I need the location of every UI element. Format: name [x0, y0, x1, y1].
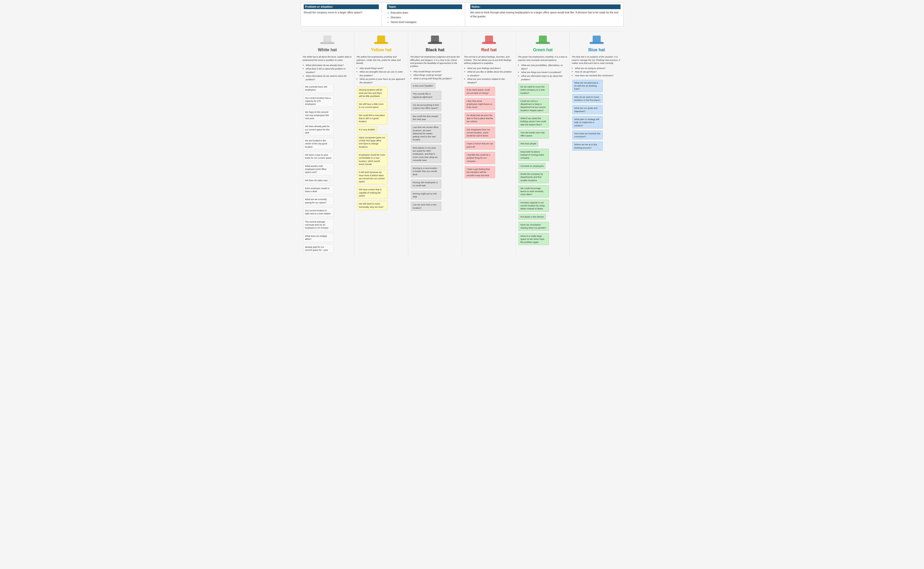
hat-bullet: Why would things work? — [360, 67, 406, 70]
sticky-note[interactable]: How have we reached this conclusion? — [572, 131, 603, 140]
sticky-note[interactable]: We have a year-to-year lease for our cur… — [303, 152, 334, 161]
page: Problem or situation: Should the company… — [298, 0, 626, 258]
sticky-note[interactable]: Our current location is right next to a … — [303, 207, 334, 217]
sticky-note[interactable]: What are we currently paying for our spa… — [303, 196, 334, 205]
sticky-note[interactable]: Why do we want to move locations in the … — [572, 94, 603, 103]
sticky-note[interactable]: We will need to move eventually, why not… — [357, 201, 387, 210]
hat-icon — [589, 33, 605, 46]
sticky-note[interactable]: If we need space, could we cut back on h… — [465, 87, 495, 96]
sticky-note[interactable]: It will work because we have done it bef… — [357, 169, 387, 184]
hat-bullet: What do you like or dislike about the pr… — [467, 70, 514, 77]
sticky-note[interactable]: Keep both locations instead of moving en… — [519, 149, 549, 161]
sticky-note[interactable]: We are located in the center of the city… — [303, 138, 334, 150]
team-section: Team: Executive teamDirectorsSenior-leve… — [384, 3, 465, 26]
sticky-note[interactable]: This sounds like a logistical nightmare! — [411, 91, 441, 100]
sticky-note[interactable]: Can we even find a new location? — [411, 202, 441, 211]
sticky-note[interactable]: Employees would be more comfortable in a… — [357, 152, 387, 167]
sticky-note[interactable]: Moving locations will be work just fine … — [357, 87, 387, 99]
notes-area: Moving locations will be work just fine … — [356, 86, 406, 211]
hat-bullet: What information do we already have? — [306, 63, 352, 67]
team-title: Team: — [387, 5, 462, 9]
sticky-note[interactable]: Do we need to move the entire company to… — [519, 84, 549, 96]
sticky-note[interactable]: We still have a little room in our curre… — [357, 101, 387, 110]
sticky-note[interactable]: We hope to hire around 100 new employees… — [303, 109, 334, 121]
notes-section: Notes: We need to think through what mov… — [467, 3, 623, 26]
column-black: Black hat The black hat emphasizes judgm… — [408, 31, 462, 256]
sticky-note[interactable]: We could find a new place that is still … — [357, 112, 387, 125]
sticky-note[interactable]: Most places in our area are suited for 5… — [411, 145, 441, 163]
sticky-note[interactable]: Our current location has a capacity for … — [303, 95, 334, 107]
hat-title: Blue hat — [572, 47, 621, 52]
hat-icon — [373, 33, 389, 46]
sticky-note[interactable]: Cut back on employees — [519, 163, 545, 169]
sticky-note[interactable]: Moving might put us into debt — [411, 191, 441, 200]
hat-title: White hat — [303, 47, 352, 52]
sticky-note[interactable]: Moving 200 employees is no small task — [411, 180, 441, 189]
hat-title: Green hat — [519, 47, 567, 52]
sticky-note[interactable]: Are we just pushing to find a fancy new … — [411, 102, 441, 111]
notes-area: If we need space, could we cut back on h… — [464, 86, 514, 179]
sticky-note[interactable]: Many companies grew out of their first l… — [357, 134, 387, 150]
sticky-note[interactable]: I feel like this could be a positive thi… — [465, 152, 495, 164]
problem-text: Should the company move to a larger offi… — [304, 11, 379, 15]
sticky-note[interactable]: I fear that some employees might leave u… — [465, 98, 495, 110]
sticky-note[interactable]: Hire less people — [519, 141, 538, 146]
sticky-note[interactable]: We could encourage teams to work remotel… — [519, 185, 549, 198]
sticky-note[interactable]: We could hire less people this next year — [411, 113, 441, 122]
column-header: Red hat — [464, 33, 514, 55]
hat-bullet: What are new possibilities, alternatives… — [521, 63, 568, 70]
sticky-note[interactable]: We currently have 195 employees — [303, 84, 334, 93]
hat-description: The blue hat is an analysis of the situa… — [572, 55, 621, 65]
sticky-note[interactable]: What does our budget allow? — [303, 233, 334, 242]
sticky-note[interactable]: Increase capacity in our current locatio… — [519, 199, 549, 212]
column-white: White hat The white hat is all about the… — [301, 31, 355, 256]
team-list-item: Executive team — [391, 11, 462, 15]
sticky-note[interactable]: We have a team that is capable of making… — [357, 187, 387, 199]
sticky-note[interactable]: Is this even feasible? — [411, 83, 435, 89]
column-header: Green hat — [518, 33, 568, 55]
sticky-note[interactable]: The current average commute time for an … — [303, 219, 334, 231]
sticky-note[interactable]: What if we asked the building owner if w… — [519, 116, 549, 128]
sticky-note[interactable]: Last time we moved office locations, we … — [411, 124, 441, 143]
hat-description: The red hat is all about feelings, hunch… — [464, 55, 514, 65]
sticky-note[interactable]: Each employee needs to have a desk — [303, 185, 334, 195]
column-header: Black hat — [410, 33, 460, 55]
sticky-note[interactable]: What would a 500 employee-sized office s… — [303, 163, 334, 175]
hat-bullet: What are things you haven't considered? — [521, 70, 568, 74]
sticky-note[interactable]: We have already paid for our current spa… — [303, 123, 334, 135]
column-yellow: Yellow hat The yellow hat emphasizes pos… — [355, 31, 408, 256]
sticky-note[interactable]: Our employees love our current location,… — [465, 126, 495, 139]
svg-point-8 — [428, 41, 442, 44]
hat-bullet: What things could go wrong? — [414, 73, 460, 77]
sticky-note[interactable]: Turn the break room into office space — [519, 129, 549, 139]
sticky-note[interactable]: already paid for our current space for -… — [303, 244, 334, 253]
sticky-note[interactable]: Moving to a new location is harder than … — [411, 165, 441, 177]
sticky-note[interactable]: It is very doable! — [357, 126, 377, 132]
sticky-note[interactable]: Move to a really large space so we never… — [519, 233, 549, 245]
sticky-note[interactable]: Where are we at in this thinking process… — [572, 141, 603, 151]
hat-icon — [481, 33, 497, 46]
sticky-note[interactable]: Have we considered slowing down our grow… — [519, 222, 549, 231]
hat-bullet: How do we get there? — [575, 70, 621, 73]
sticky-note[interactable]: What are we planning to do with the six … — [572, 80, 603, 92]
hat-bullet: What information do we need to solve the… — [306, 74, 352, 81]
sticky-note[interactable]: I have a gut feeling that the transition… — [465, 166, 495, 178]
sticky-note[interactable]: What plan or strategy will help us imple… — [572, 116, 603, 128]
notes-area: What are we planning to do with the six … — [572, 79, 621, 151]
sticky-note[interactable]: Put desks in the kitchen — [519, 214, 546, 220]
sticky-note[interactable]: What are our goals and objectives? — [572, 105, 603, 114]
columns-area: White hat The white hat is all about the… — [301, 31, 624, 256]
sticky-note[interactable]: I'm afraid that we won't be able to find… — [465, 112, 495, 125]
notes-area: We currently have 195 employeesOur curre… — [303, 83, 352, 254]
sticky-note[interactable]: Could we move a department or keep a dep… — [519, 98, 549, 113]
sticky-note[interactable]: Divide the company by departments and fi… — [519, 171, 549, 183]
hat-icon — [535, 33, 551, 46]
sticky-note[interactable]: We have 56 sales reps — [303, 177, 329, 183]
hat-bullets-list: Why would things work?What are strengths… — [356, 67, 406, 84]
notes-text: We need to think through what moving hea… — [470, 11, 621, 18]
hat-bullet: Why would things not work? — [414, 70, 460, 73]
problem-section: Problem or situation: Should the company… — [301, 3, 382, 26]
sticky-note[interactable]: I have a hunch that we can pull it off — [465, 141, 495, 150]
hat-description: The white hat is all about the facts. Ga… — [303, 55, 352, 62]
hat-bullets-list: What information do we already have?What… — [303, 63, 352, 81]
